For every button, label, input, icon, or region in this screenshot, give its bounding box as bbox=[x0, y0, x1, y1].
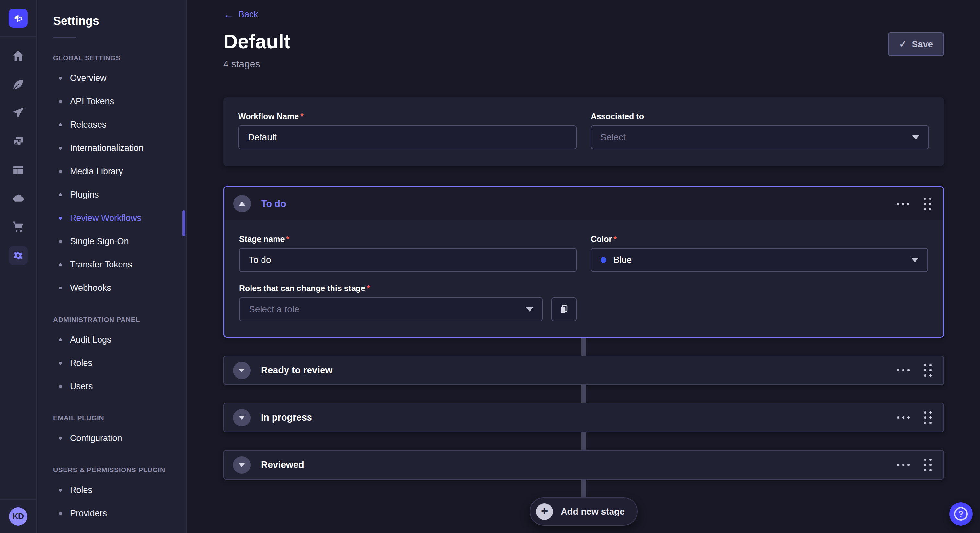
user-avatar[interactable]: KD bbox=[9, 508, 27, 525]
required-mark: * bbox=[614, 235, 617, 244]
stage-row-ready-to-review[interactable]: Ready to review bbox=[223, 355, 944, 385]
stage-title: To do bbox=[261, 198, 286, 209]
stage-color-field: Color* Blue bbox=[591, 235, 928, 272]
sidebar-item-label: Roles bbox=[70, 485, 92, 495]
expand-button[interactable] bbox=[233, 456, 250, 474]
associated-to-select[interactable]: Select bbox=[591, 125, 929, 149]
stages-section: To do Stage name* To do Colo bbox=[223, 186, 944, 525]
marketplace-cart-icon[interactable] bbox=[4, 213, 32, 241]
save-button[interactable]: ✓ Save bbox=[888, 32, 944, 56]
more-options-icon[interactable] bbox=[897, 203, 909, 205]
collapse-button[interactable] bbox=[233, 195, 251, 213]
back-link[interactable]: ← Back bbox=[223, 9, 258, 19]
stage-color-select[interactable]: Blue bbox=[591, 248, 928, 272]
sidebar-item-audit-logs[interactable]: Audit Logs bbox=[37, 328, 186, 351]
chevron-down-icon bbox=[239, 463, 245, 467]
bullet-icon bbox=[59, 263, 62, 266]
sidebar-scrollbar-thumb[interactable] bbox=[183, 211, 185, 236]
sidebar-item-single-sign-on[interactable]: Single Sign-On bbox=[37, 230, 186, 253]
nav-section-label-users-permissions-plugin: USERS & PERMISSIONS PLUGIN bbox=[53, 466, 186, 474]
workflow-name-input[interactable]: Default bbox=[238, 125, 576, 149]
sidebar-item-roles[interactable]: Roles bbox=[37, 351, 186, 374]
chevron-up-icon bbox=[239, 202, 245, 206]
stage-row-reviewed[interactable]: Reviewed bbox=[223, 450, 944, 479]
sidebar-item-label: Releases bbox=[70, 120, 107, 130]
cloud-icon[interactable] bbox=[4, 184, 32, 213]
content-feather-icon[interactable] bbox=[4, 70, 32, 99]
nav-section-list: OverviewAPI TokensReleasesInternationali… bbox=[37, 67, 186, 300]
more-options-icon[interactable] bbox=[897, 464, 910, 466]
workflow-name-field: Workflow Name* Default bbox=[238, 112, 576, 149]
chevron-down-icon bbox=[526, 307, 533, 311]
stage-connector-line bbox=[581, 385, 586, 403]
sidebar-item-plugins[interactable]: Plugins bbox=[37, 183, 186, 206]
stage-roles-label: Roles that can change this stage* bbox=[239, 284, 576, 293]
sidebar-item-providers[interactable]: Providers bbox=[37, 501, 186, 525]
duplicate-stage-button[interactable] bbox=[551, 297, 576, 321]
sidebar-item-label: Providers bbox=[70, 508, 107, 519]
sidebar-item-label: Webhooks bbox=[70, 283, 111, 293]
sidebar-item-roles[interactable]: Roles bbox=[37, 478, 186, 501]
stage-row-in-progress[interactable]: In progress bbox=[223, 403, 944, 432]
stage-connector-line bbox=[581, 479, 586, 497]
settings-gear-icon[interactable] bbox=[4, 241, 32, 270]
required-mark: * bbox=[286, 235, 290, 244]
sidebar-item-label: Overview bbox=[70, 73, 107, 83]
publish-plane-icon[interactable] bbox=[4, 99, 32, 127]
sidebar-item-releases[interactable]: Releases bbox=[37, 113, 186, 136]
sidebar-item-overview[interactable]: Overview bbox=[37, 67, 186, 90]
expand-button[interactable] bbox=[233, 362, 250, 379]
sidebar-item-label: Internationalization bbox=[70, 143, 143, 153]
settings-active-tile bbox=[9, 246, 27, 265]
sidebar-item-internationalization[interactable]: Internationalization bbox=[37, 136, 186, 160]
stage-header-todo[interactable]: To do bbox=[224, 187, 943, 220]
media-library-icon[interactable] bbox=[4, 127, 32, 156]
help-button[interactable]: ? bbox=[949, 502, 972, 525]
drag-handle-icon[interactable] bbox=[924, 411, 932, 424]
associated-to-placeholder: Select bbox=[600, 132, 626, 143]
sidebar-item-transfer-tokens[interactable]: Transfer Tokens bbox=[37, 253, 186, 276]
main-content: ← Back Default 4 stages ✓ Save Workflow … bbox=[187, 0, 980, 533]
add-stage-row: + Add new stage bbox=[223, 497, 944, 525]
page-title: Default bbox=[223, 30, 290, 53]
add-new-stage-label: Add new stage bbox=[561, 506, 625, 517]
nav-section-label-global-settings: GLOBAL SETTINGS bbox=[53, 54, 186, 62]
bullet-icon bbox=[59, 437, 62, 440]
home-icon[interactable] bbox=[4, 42, 32, 70]
sidebar-item-api-tokens[interactable]: API Tokens bbox=[37, 90, 186, 113]
sidebar-item-configuration[interactable]: Configuration bbox=[37, 427, 186, 450]
stage-connector-line bbox=[581, 432, 586, 450]
bullet-icon bbox=[59, 170, 62, 173]
bullet-icon bbox=[59, 512, 62, 515]
bullet-icon bbox=[59, 100, 62, 103]
stage-title: In progress bbox=[261, 412, 312, 423]
sidebar-item-label: Media Library bbox=[70, 167, 123, 176]
bullet-icon bbox=[59, 77, 62, 80]
stage-color-label: Color* bbox=[591, 235, 928, 244]
required-mark: * bbox=[367, 284, 370, 293]
stage-color-value: Blue bbox=[614, 255, 632, 265]
sidebar-item-review-workflows[interactable]: Review Workflows bbox=[37, 206, 186, 230]
settings-sidebar-title: Settings bbox=[53, 14, 186, 28]
sidebar-item-media-library[interactable]: Media Library bbox=[37, 160, 186, 183]
content-type-builder-icon[interactable] bbox=[4, 156, 32, 184]
strapi-logo-icon[interactable] bbox=[9, 9, 27, 27]
add-new-stage-button[interactable]: + Add new stage bbox=[530, 497, 638, 525]
expand-button[interactable] bbox=[233, 409, 250, 427]
sidebar-item-webhooks[interactable]: Webhooks bbox=[37, 276, 186, 300]
drag-handle-icon[interactable] bbox=[924, 458, 932, 471]
stage-roles-select[interactable]: Select a role bbox=[239, 297, 543, 321]
more-options-icon[interactable] bbox=[897, 416, 910, 419]
sidebar-item-users[interactable]: Users bbox=[37, 374, 186, 398]
rail-footer: KD bbox=[0, 499, 36, 533]
stage-connector-gap bbox=[223, 479, 944, 497]
stage-name-input[interactable]: To do bbox=[239, 248, 576, 272]
icon-rail: KD bbox=[0, 0, 37, 533]
save-label: Save bbox=[912, 39, 933, 49]
drag-handle-icon[interactable] bbox=[924, 198, 931, 210]
stage-connector-gap bbox=[223, 432, 944, 450]
more-options-icon[interactable] bbox=[897, 369, 910, 371]
stage-title: Reviewed bbox=[261, 460, 304, 470]
drag-handle-icon[interactable] bbox=[924, 364, 932, 377]
rail-nav bbox=[4, 42, 32, 270]
